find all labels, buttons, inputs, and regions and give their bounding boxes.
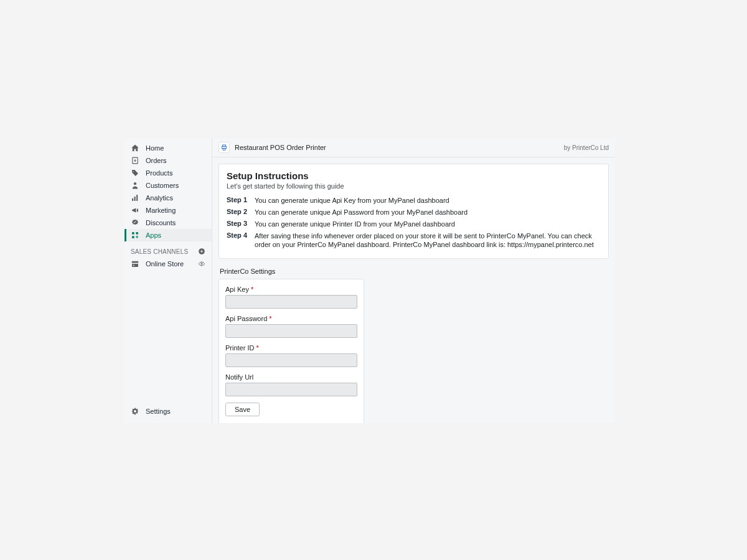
sidebar-item-label: Customers	[146, 182, 179, 189]
printer-app-icon	[218, 142, 230, 153]
sales-channels-label: SALES CHANNELS	[131, 248, 188, 255]
step-row: Step 2 You can generate unique Api Passw…	[227, 207, 601, 218]
svg-rect-3	[134, 197, 136, 201]
notify-url-label: Notify Url	[225, 373, 357, 381]
sidebar-item-settings[interactable]: Settings	[125, 403, 212, 423]
svg-rect-6	[136, 232, 138, 235]
instructions-title: Setup Instructions	[227, 170, 601, 181]
step-label: Step 4	[227, 230, 255, 251]
svg-point-1	[134, 182, 136, 185]
sidebar-item-orders[interactable]: Orders	[125, 154, 212, 167]
megaphone-icon	[131, 206, 139, 215]
required-asterisk: *	[251, 286, 253, 293]
step-row: Step 1 You can generate unique Api Key f…	[227, 195, 601, 207]
tag-icon	[131, 169, 139, 177]
svg-point-9	[201, 263, 202, 264]
svg-rect-7	[132, 236, 134, 238]
sidebar-item-label: Discounts	[146, 219, 176, 226]
sidebar-item-label: Orders	[146, 157, 167, 164]
eye-icon[interactable]	[198, 260, 205, 268]
instructions-subtitle: Let's get started by following this guid…	[227, 182, 601, 190]
sidebar-item-label: Apps	[146, 231, 161, 239]
home-icon	[131, 144, 139, 152]
api-key-input[interactable]	[225, 295, 357, 309]
required-asterisk: *	[269, 315, 271, 322]
setup-instructions-card: Setup Instructions Let's get started by …	[218, 164, 609, 259]
save-button[interactable]: Save	[225, 403, 260, 416]
sidebar-item-marketing[interactable]: Marketing	[125, 204, 212, 217]
channel-online-store[interactable]: Online Store	[125, 258, 212, 270]
sidebar-item-products[interactable]: Products	[125, 167, 212, 179]
field-api-password: Api Password *	[225, 315, 357, 338]
sidebar-item-analytics[interactable]: Analytics	[125, 192, 212, 204]
field-printer-id: Printer ID *	[225, 344, 357, 367]
settings-section-title: PrinterCo Settings	[220, 268, 609, 275]
printer-id-label: Printer ID *	[225, 344, 357, 352]
app-topbar: Restaurant POS Order Printer by PrinterC…	[212, 138, 615, 157]
required-asterisk: *	[256, 344, 259, 352]
printerco-settings-form: Api Key * Api Password * Printer ID * No…	[218, 279, 364, 423]
instructions-steps: Step 1 You can generate unique Api Key f…	[227, 195, 601, 251]
step-label: Step 3	[227, 218, 255, 230]
step-label: Step 2	[227, 207, 255, 218]
sidebar-item-label: Analytics	[146, 194, 173, 202]
person-icon	[131, 181, 139, 190]
orders-icon	[131, 156, 139, 165]
step-text: After saving these info whenever order p…	[255, 230, 601, 251]
sidebar-item-label: Products	[146, 169, 172, 177]
main-panel: Restaurant POS Order Printer by PrinterC…	[212, 138, 615, 423]
app-title: Restaurant POS Order Printer	[235, 144, 326, 151]
step-label: Step 1	[227, 195, 255, 207]
discount-icon	[131, 218, 139, 227]
settings-label: Settings	[146, 408, 171, 415]
api-password-label: Api Password *	[225, 315, 357, 322]
gear-icon	[131, 407, 139, 416]
sales-channels-header: SALES CHANNELS	[125, 241, 212, 258]
plus-circle-icon[interactable]	[198, 248, 205, 255]
sidebar-item-apps[interactable]: Apps	[125, 229, 212, 241]
notify-url-input[interactable]	[225, 383, 357, 396]
sidebar: Home Orders Products Customers Analytics	[125, 138, 212, 423]
svg-rect-4	[136, 195, 138, 201]
apps-icon	[131, 231, 139, 240]
field-notify-url: Notify Url	[225, 373, 357, 396]
step-text: You can generate unique Api Password fro…	[255, 207, 601, 218]
step-text: You can generate unique Api Key from you…	[255, 195, 601, 207]
svg-rect-2	[132, 198, 133, 201]
svg-rect-5	[132, 232, 134, 235]
step-row: Step 4 After saving these info whenever …	[227, 230, 601, 251]
store-icon	[131, 259, 139, 268]
api-key-label: Api Key *	[225, 286, 357, 293]
step-text: You can generate unique Printer ID from …	[255, 218, 601, 230]
sidebar-item-discounts[interactable]: Discounts	[125, 217, 212, 229]
app-frame: Home Orders Products Customers Analytics	[125, 138, 615, 423]
channel-label: Online Store	[146, 260, 184, 268]
step-row: Step 3 You can generate unique Printer I…	[227, 218, 601, 230]
sidebar-item-customers[interactable]: Customers	[125, 179, 212, 192]
sidebar-item-home[interactable]: Home	[125, 142, 212, 154]
sidebar-item-label: Home	[146, 144, 164, 152]
api-password-input[interactable]	[225, 324, 357, 338]
app-content: Setup Instructions Let's get started by …	[212, 157, 615, 423]
bar-chart-icon	[131, 194, 139, 202]
app-vendor: by PrinterCo Ltd	[564, 144, 609, 151]
field-api-key: Api Key *	[225, 286, 357, 309]
sidebar-item-label: Marketing	[146, 207, 176, 214]
printer-id-input[interactable]	[225, 353, 357, 367]
